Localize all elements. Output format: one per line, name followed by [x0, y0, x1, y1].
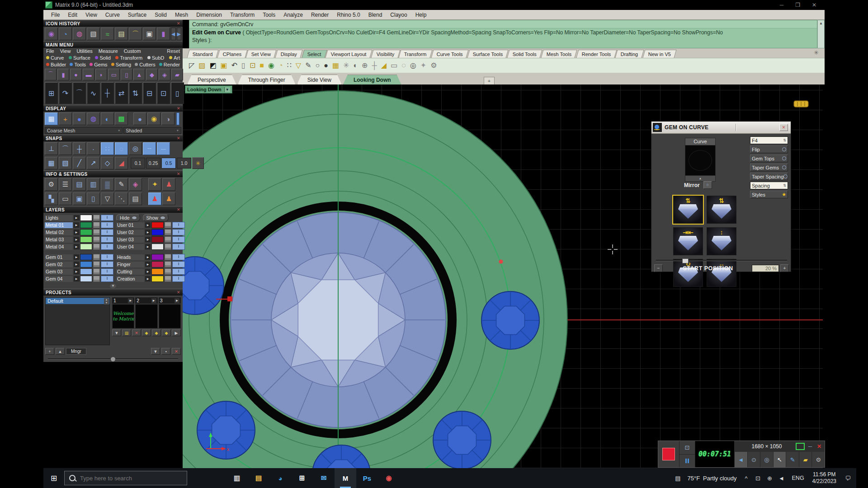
- settings-extra-icon[interactable]: ✦: [148, 178, 161, 191]
- toolbar-icon[interactable]: ◐: [353, 62, 358, 69]
- layer-color-swatch[interactable]: [80, 261, 92, 267]
- dialog-title-bar[interactable]: GEM ON CURVE ✕: [651, 122, 791, 134]
- panel-close-icon[interactable]: ✕: [177, 207, 180, 212]
- toolbar-icon[interactable]: ◩: [209, 62, 216, 69]
- snap-mode-icon[interactable]: ▦: [45, 157, 58, 169]
- panel-header-info-settings[interactable]: INFO & SETTINGS ✕: [43, 170, 183, 177]
- microphone-icon[interactable]: ⊙: [747, 452, 760, 467]
- settings-gear-icon[interactable]: ⚙: [811, 452, 825, 467]
- toolbar-icon[interactable]: ◌: [401, 62, 406, 69]
- menu-item[interactable]: Clayoo: [386, 12, 411, 18]
- taskbar-search[interactable]: [64, 471, 187, 485]
- option-toggle-button[interactable]: Taper Gems: [750, 164, 788, 171]
- tray-icon[interactable]: ◄: [776, 475, 788, 482]
- search-input[interactable]: [79, 474, 171, 482]
- operation-tool-icon[interactable]: ⊞: [45, 82, 58, 104]
- history-icon[interactable]: ▧: [87, 28, 100, 40]
- snap-value-button[interactable]: 0.1: [131, 158, 145, 169]
- reset-button[interactable]: Reset: [167, 48, 180, 54]
- layer-expand-icon[interactable]: ▶: [74, 230, 79, 235]
- layer-color-swatch[interactable]: [151, 268, 164, 275]
- layer-visibility-toggle[interactable]: I: [101, 268, 113, 275]
- toolbar-tab[interactable]: CPlanes: [217, 50, 247, 58]
- main-menu-item[interactable]: Utilities: [76, 48, 92, 54]
- toolbar-icon[interactable]: ▯: [241, 62, 245, 69]
- toolbar-icon[interactable]: ⊡: [250, 62, 255, 69]
- viewport-tab[interactable]: Perspective: [187, 75, 236, 84]
- settings-extra-icon[interactable]: ♟: [148, 192, 161, 205]
- gem-style-tile[interactable]: ⇅: [707, 196, 736, 224]
- clock[interactable]: 11:56 PM 4/22/2023: [809, 471, 840, 485]
- toolbar-tab[interactable]: Visibility: [371, 50, 400, 58]
- toolbar-tab[interactable]: Drafting: [615, 50, 644, 58]
- layer-color-swatch[interactable]: [80, 229, 92, 235]
- layer-visibility-toggle[interactable]: I: [172, 254, 185, 260]
- settings-icon[interactable]: ▽: [101, 192, 114, 205]
- layer-row[interactable]: Metal 01 ▶ I: [45, 221, 113, 229]
- show-button[interactable]: Show: [143, 214, 169, 221]
- display-mode-icon[interactable]: +: [59, 113, 72, 125]
- start-button[interactable]: ⊞: [43, 468, 64, 488]
- panel-close-icon[interactable]: ✕: [177, 21, 180, 26]
- menu-item[interactable]: Rhino 5.0: [333, 12, 364, 18]
- operation-tool-icon[interactable]: ∿: [87, 82, 100, 104]
- shape-tool-icon[interactable]: ▯: [121, 69, 132, 80]
- project-thumbnail-3[interactable]: [159, 304, 181, 328]
- layer-visibility-toggle[interactable]: I: [172, 276, 185, 282]
- recorder-minimize-icon[interactable]: ─: [807, 443, 814, 450]
- toolbar-icon[interactable]: ◔: [278, 62, 283, 69]
- layer-lock-icon[interactable]: [165, 222, 171, 228]
- layer-color-swatch[interactable]: [80, 215, 92, 221]
- layer-visibility-toggle[interactable]: I: [172, 236, 185, 243]
- menu-item[interactable]: View: [81, 12, 101, 18]
- decrement-button[interactable]: −: [654, 264, 663, 272]
- layer-row[interactable]: Finger ▶ I: [116, 261, 185, 268]
- main-menu-item[interactable]: Custom: [124, 48, 141, 54]
- mirror-toggle[interactable]: ○: [703, 181, 712, 189]
- settings-icon[interactable]: ☰: [59, 178, 72, 191]
- history-icon[interactable]: ⌒: [129, 28, 142, 40]
- layer-visibility-toggle[interactable]: I: [101, 244, 113, 250]
- main-menu-item[interactable]: Measure: [99, 48, 118, 54]
- layer-visibility-toggle[interactable]: I: [101, 236, 113, 243]
- toolbar-icon[interactable]: ▦: [332, 62, 339, 69]
- menu-item[interactable]: File: [47, 12, 64, 18]
- taskbar-app-icon[interactable]: ◉: [378, 468, 400, 488]
- spacing-method-field[interactable]: Spacing ⇅: [750, 182, 788, 189]
- panel-header-icon-history[interactable]: ICON HISTORY ✕: [43, 20, 183, 27]
- snap-value-button[interactable]: 1.0: [177, 158, 191, 169]
- toolbar-icon[interactable]: ┼: [372, 62, 377, 69]
- layer-visibility-toggle[interactable]: I: [101, 254, 113, 260]
- layer-lock-icon[interactable]: [93, 244, 100, 250]
- operation-tool-icon[interactable]: ⊟: [143, 82, 156, 104]
- history-icon[interactable]: ◉: [45, 28, 58, 40]
- layer-color-swatch[interactable]: [151, 222, 164, 228]
- category-button[interactable]: Solid: [95, 55, 110, 61]
- category-button[interactable]: Builder: [46, 62, 66, 67]
- snap-toggle-icon[interactable]: ⌒: [59, 142, 72, 155]
- settings-icon[interactable]: ▥: [87, 178, 100, 191]
- command-panel[interactable]: Command: gvGemOnCrv Edit Gem on Curve ( …: [189, 20, 817, 48]
- viewport-title-dropdown[interactable]: Looking Down ▼: [185, 85, 232, 94]
- gem-preset-icon[interactable]: ◆: [142, 329, 151, 336]
- layer-row[interactable]: Metal 02 ▶ I: [45, 229, 113, 236]
- toolbar-icon[interactable]: ⚙: [430, 62, 437, 69]
- menu-item[interactable]: Tools: [259, 12, 279, 18]
- layer-color-swatch[interactable]: [80, 236, 92, 243]
- layer-expand-icon[interactable]: ▶: [145, 222, 151, 228]
- layer-expand-icon[interactable]: ▶: [145, 276, 151, 282]
- collapse-chevron-icon[interactable]: ▼: [110, 284, 116, 288]
- settings-icon[interactable]: ✎: [115, 178, 128, 191]
- toolbar-icon[interactable]: ◎: [410, 62, 416, 69]
- layer-visibility-toggle[interactable]: I: [101, 276, 113, 282]
- webcam-icon[interactable]: ◎: [760, 452, 773, 467]
- screenshot-button[interactable]: ⊡: [679, 441, 695, 455]
- layer-row[interactable]: User 02 ▶ I: [116, 229, 185, 236]
- display-mode-icon[interactable]: ▦: [45, 113, 58, 125]
- layer-row[interactable]: Creation ▶ I: [116, 275, 185, 282]
- toolbar-tab[interactable]: Transform: [399, 50, 433, 58]
- settings-extra-icon[interactable]: ♟: [162, 178, 175, 191]
- taskbar-app-icon[interactable]: Ps: [356, 468, 378, 488]
- layer-row[interactable]: Gem 03 ▶ I: [45, 268, 113, 275]
- history-icon[interactable]: ◔: [59, 28, 72, 40]
